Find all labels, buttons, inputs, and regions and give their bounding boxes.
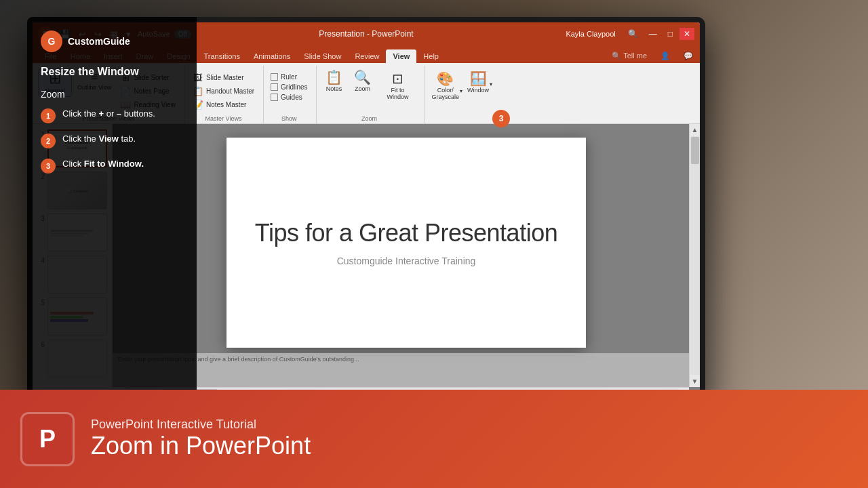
- zoom-label: Zoom: [321, 115, 418, 123]
- color-window-group: 🎨 Color/Grayscale ▾ 🪟 Window ▾: [426, 66, 498, 123]
- notes-master-label: Notes Master: [206, 101, 246, 108]
- slide-main-title: Tips for a Great Presentation: [255, 219, 557, 247]
- step-2-num: 2: [41, 134, 56, 148]
- scroll-down-arrow[interactable]: ▼: [690, 375, 700, 387]
- window-title: Presentation - PowerPoint: [319, 29, 413, 39]
- step-1-text: Click the + or – buttons.: [62, 108, 155, 120]
- inst-logo: G CustomGuide: [41, 30, 183, 52]
- notes-strip[interactable]: Enter your presentation topic and give a…: [113, 353, 689, 387]
- tell-me-input[interactable]: 🔍 Tell me: [605, 49, 654, 63]
- slide-master-label: Slide Master: [206, 74, 244, 81]
- slide-master-button[interactable]: 🖼 Slide Master: [189, 71, 258, 84]
- step-2-text: Click the View tab.: [62, 133, 136, 145]
- zoom-icon: 🔍: [354, 70, 371, 84]
- tab-help[interactable]: Help: [416, 49, 446, 63]
- maximize-button[interactable]: □: [664, 28, 677, 40]
- step3-badge: 3: [492, 110, 510, 127]
- step-3-text: Click Fit to Window.: [62, 158, 144, 170]
- banner-text: PowerPoint Interactive Tutorial Zoom in …: [91, 418, 311, 460]
- guides-check-box[interactable]: [271, 94, 278, 101]
- master-views-small: 🖼 Slide Master 📋 Handout Master 📝 Notes …: [189, 68, 258, 111]
- tab-animations[interactable]: Animations: [247, 49, 297, 63]
- title-bar-right: Kayla Claypool 🔍 — □ ✕: [566, 28, 694, 40]
- window-button[interactable]: 🪟 Window ▾: [464, 68, 492, 96]
- notes-text: Enter your presentation topic and give a…: [118, 356, 684, 363]
- banner-icon-text: P: [39, 425, 56, 453]
- guides-checkbox[interactable]: Guides: [268, 93, 310, 102]
- master-views-label: Master Views: [189, 115, 258, 123]
- minimize-button[interactable]: —: [645, 28, 661, 40]
- show-group: Ruler Gridlines Guides Sh: [265, 66, 316, 123]
- zoom-heading: Zoom: [41, 89, 183, 100]
- show-label: Show: [268, 115, 310, 123]
- color-grayscale-label: Color/Grayscale: [432, 87, 460, 100]
- banner-title: Zoom in PowerPoint: [91, 432, 311, 460]
- canvas-area: Tips for a Great Presentation Customguid…: [113, 124, 700, 398]
- close-button[interactable]: ✕: [679, 28, 694, 40]
- step-3: 3 Click Fit to Window.: [41, 158, 183, 174]
- color-grayscale-button[interactable]: 🎨 Color/Grayscale ▾: [429, 68, 463, 102]
- slide-subtitle: Customguide Interactive Training: [337, 256, 476, 266]
- show-content: Ruler Gridlines Guides: [268, 66, 310, 115]
- color-grayscale-icon: 🎨: [437, 70, 454, 87]
- notes-master-button[interactable]: 📝 Notes Master: [189, 98, 258, 111]
- tab-transitions[interactable]: Transitions: [197, 49, 247, 63]
- zoom-content: 📋 Notes 🔍 Zoom ⊡ Fit to Window: [321, 66, 418, 115]
- window-label: Window: [467, 87, 489, 94]
- show-checkboxes: Ruler Gridlines Guides: [268, 68, 310, 102]
- master-views-group: 🖼 Slide Master 📋 Handout Master 📝 Notes …: [186, 66, 264, 123]
- step-1-num: 1: [41, 108, 56, 123]
- vertical-scrollbar[interactable]: ▲ ▼: [689, 124, 700, 387]
- scroll-thumb-v[interactable]: [691, 137, 699, 164]
- bottom-banner: P PowerPoint Interactive Tutorial Zoom i…: [0, 390, 868, 488]
- handout-master-label: Handout Master: [206, 87, 254, 95]
- gridlines-checkbox[interactable]: Gridlines: [268, 83, 310, 92]
- fit-to-window-icon: ⊡: [392, 70, 403, 87]
- master-views-content: 🖼 Slide Master 📋 Handout Master 📝 Notes …: [189, 66, 258, 115]
- zoom-group: 📋 Notes 🔍 Zoom ⊡ Fit to Window: [318, 66, 425, 123]
- ruler-label: Ruler: [281, 73, 297, 81]
- scroll-up-arrow[interactable]: ▲: [690, 124, 700, 136]
- notes-view-label: Notes: [326, 85, 342, 92]
- window-icon: 🪟: [470, 70, 487, 87]
- tab-view[interactable]: View: [386, 49, 416, 63]
- slide-canvas: Tips for a Great Presentation Customguid…: [226, 138, 586, 348]
- tab-review[interactable]: Review: [348, 49, 386, 63]
- guides-label: Guides: [281, 94, 302, 101]
- gridlines-check-box[interactable]: [271, 83, 278, 91]
- scroll-track-v: [690, 136, 700, 375]
- step-2: 2 Click the View tab.: [41, 133, 183, 148]
- step-1: 1 Click the + or – buttons.: [41, 108, 183, 123]
- step-3-num: 3: [41, 159, 56, 174]
- notes-view-icon: 📋: [326, 70, 342, 84]
- notes-view-button[interactable]: 📋 Notes: [321, 68, 348, 94]
- user-name: Kayla Claypool: [566, 30, 615, 38]
- instruction-panel: G CustomGuide Resize the Window Zoom 1 C…: [27, 17, 197, 403]
- tab-slide-show[interactable]: Slide Show: [297, 49, 348, 63]
- step3-badge-num: 3: [499, 114, 504, 123]
- zoom-button[interactable]: 🔍 Zoom: [349, 68, 376, 94]
- gridlines-label: Gridlines: [281, 83, 307, 91]
- color-window-content: 🎨 Color/Grayscale ▾ 🪟 Window ▾: [429, 66, 493, 122]
- search-icon[interactable]: 🔍: [624, 28, 642, 40]
- banner-subtitle: PowerPoint Interactive Tutorial: [91, 418, 311, 432]
- instruction-title: Resize the Window: [41, 66, 183, 78]
- fit-to-window-label: Fit to Window: [381, 87, 415, 100]
- logo-text: CustomGuide: [68, 36, 130, 47]
- fit-to-window-button[interactable]: ⊡ Fit to Window: [378, 68, 418, 102]
- ruler-check-box[interactable]: [271, 73, 278, 81]
- comments-button[interactable]: 💬: [677, 49, 700, 63]
- color-dropdown-arrow: ▾: [460, 88, 462, 94]
- logo-letter: G: [48, 36, 56, 47]
- share-button[interactable]: 👤: [654, 49, 677, 63]
- handout-master-button[interactable]: 📋 Handout Master: [189, 85, 258, 98]
- zoom-label: Zoom: [355, 85, 370, 92]
- customguide-logo: G: [41, 30, 62, 52]
- window-dropdown-arrow: ▾: [490, 81, 492, 87]
- ruler-checkbox[interactable]: Ruler: [268, 73, 310, 81]
- banner-icon: P: [20, 412, 75, 466]
- color-window-group-label: [429, 122, 493, 123]
